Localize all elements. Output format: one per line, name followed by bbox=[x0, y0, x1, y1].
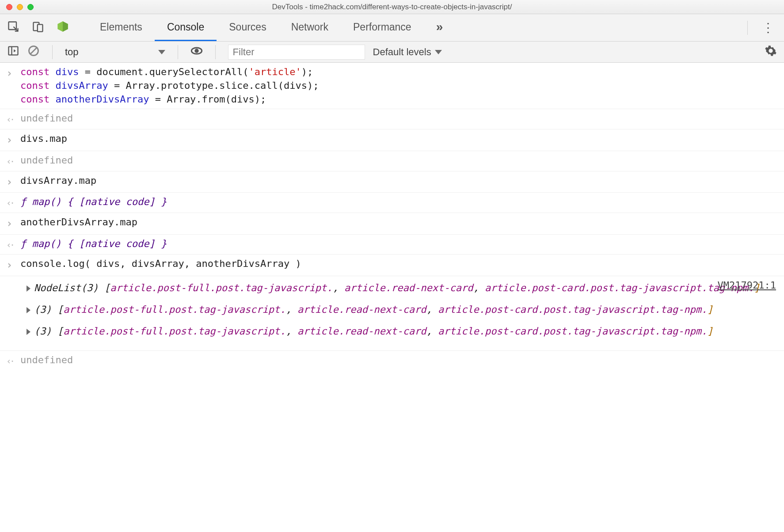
minimize-window-button[interactable] bbox=[17, 4, 23, 10]
console-input-row[interactable]: divs.map bbox=[0, 129, 784, 151]
tab-elements[interactable]: Elements bbox=[88, 14, 155, 41]
chevron-down-icon bbox=[435, 50, 442, 54]
console-input-row[interactable]: console.log( divs, divsArray, anotherDiv… bbox=[0, 254, 784, 276]
panel-tabs: Elements Console Sources Network Perform… bbox=[88, 14, 455, 41]
output-chevron-icon bbox=[6, 237, 14, 252]
input-chevron-icon bbox=[6, 216, 14, 232]
svg-point-11 bbox=[194, 49, 198, 53]
context-label: top bbox=[65, 46, 79, 58]
context-selector[interactable]: top bbox=[65, 46, 165, 58]
sidebar-toggle-icon[interactable] bbox=[7, 45, 19, 60]
expand-triangle-icon[interactable] bbox=[27, 285, 30, 292]
console-output[interactable]: const divs = document.querySelectorAll('… bbox=[0, 63, 784, 532]
console-result: undefined bbox=[20, 154, 778, 167]
clear-console-icon[interactable] bbox=[27, 45, 40, 60]
tab-performance[interactable]: Performance bbox=[341, 14, 424, 41]
svg-line-9 bbox=[30, 48, 37, 54]
console-input-row[interactable]: divsArray.map bbox=[0, 171, 784, 193]
tab-network[interactable]: Network bbox=[279, 14, 341, 41]
settings-gear-icon[interactable] bbox=[765, 45, 777, 60]
chevron-down-icon bbox=[158, 50, 165, 54]
console-code: const divs = document.querySelectorAll('… bbox=[20, 65, 778, 106]
console-input-row[interactable]: const divs = document.querySelectorAll('… bbox=[0, 63, 784, 109]
window-controls bbox=[0, 4, 34, 10]
log-object[interactable]: (3) [article.post-full.post.tag-javascri… bbox=[27, 303, 778, 317]
device-toggle-icon[interactable] bbox=[32, 20, 44, 35]
console-toolbar: top Default levels bbox=[0, 42, 784, 63]
console-code: divs.map bbox=[20, 132, 778, 146]
kebab-menu-icon[interactable]: ⋮ bbox=[762, 20, 775, 35]
console-result-row: ƒ map() { [native code] } bbox=[0, 234, 784, 255]
maximize-window-button[interactable] bbox=[27, 4, 34, 10]
log-object[interactable]: NodeList(3) [article.post-full.post.tag-… bbox=[27, 281, 778, 295]
divider bbox=[747, 21, 748, 35]
input-chevron-icon bbox=[6, 65, 14, 81]
console-code: console.log( divs, divsArray, anotherDiv… bbox=[20, 257, 778, 271]
input-chevron-icon bbox=[6, 257, 14, 273]
gutter bbox=[6, 281, 14, 281]
console-log-row: VM217921:1 NodeList(3) [article.post-ful… bbox=[0, 276, 784, 350]
console-result: ƒ map() { [native code] } bbox=[20, 195, 778, 209]
window-titlebar: DevTools - time2hack.com/different-ways-… bbox=[0, 0, 784, 14]
nodejs-icon[interactable] bbox=[57, 20, 69, 35]
window-title: DevTools - time2hack.com/different-ways-… bbox=[0, 3, 784, 11]
output-chevron-icon bbox=[6, 195, 14, 210]
console-input-row[interactable]: anotherDivsArray.map bbox=[0, 213, 784, 234]
svg-rect-5 bbox=[9, 46, 18, 55]
expand-triangle-icon[interactable] bbox=[27, 307, 30, 313]
console-result-row: undefined bbox=[0, 109, 784, 129]
divider bbox=[52, 45, 53, 59]
tab-sources[interactable]: Sources bbox=[217, 14, 278, 41]
levels-label: Default levels bbox=[373, 46, 431, 58]
filter-input[interactable] bbox=[228, 45, 365, 60]
divider bbox=[215, 45, 216, 59]
console-result-row: undefined bbox=[0, 151, 784, 171]
svg-marker-7 bbox=[14, 49, 16, 52]
console-result-row: undefined bbox=[0, 350, 784, 371]
log-object[interactable]: (3) [article.post-full.post.tag-javascri… bbox=[27, 325, 778, 338]
input-chevron-icon bbox=[6, 174, 14, 190]
output-chevron-icon bbox=[6, 353, 14, 368]
log-levels-selector[interactable]: Default levels bbox=[373, 46, 442, 58]
tab-console[interactable]: Console bbox=[155, 14, 217, 41]
svg-rect-2 bbox=[38, 24, 43, 31]
divider bbox=[178, 45, 178, 59]
svg-marker-4 bbox=[63, 21, 68, 31]
devtools-main-toolbar: Elements Console Sources Network Perform… bbox=[0, 14, 784, 42]
console-result-row: ƒ map() { [native code] } bbox=[0, 192, 784, 213]
console-result: undefined bbox=[20, 353, 778, 367]
console-log-content: VM217921:1 NodeList(3) [article.post-ful… bbox=[20, 281, 778, 346]
close-window-button[interactable] bbox=[6, 4, 12, 10]
source-link[interactable]: VM217921:1 bbox=[718, 279, 776, 293]
output-chevron-icon bbox=[6, 112, 14, 126]
expand-triangle-icon[interactable] bbox=[27, 329, 30, 335]
output-chevron-icon bbox=[6, 154, 14, 168]
tabs-overflow-button[interactable]: » bbox=[424, 14, 456, 41]
live-expression-icon[interactable] bbox=[190, 45, 203, 60]
input-chevron-icon bbox=[6, 132, 14, 148]
console-code: divsArray.map bbox=[20, 174, 778, 188]
console-result: ƒ map() { [native code] } bbox=[20, 237, 778, 251]
console-result: undefined bbox=[20, 112, 778, 125]
inspect-icon[interactable] bbox=[7, 20, 19, 35]
console-code: anotherDivsArray.map bbox=[20, 216, 778, 229]
